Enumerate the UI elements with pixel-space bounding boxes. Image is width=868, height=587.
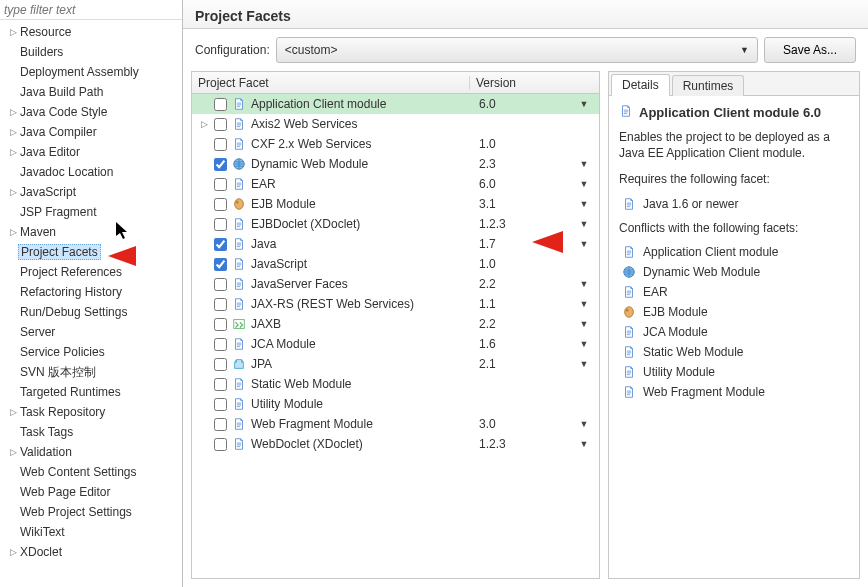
facet-checkbox[interactable] — [214, 338, 227, 351]
filter-input[interactable] — [0, 0, 182, 20]
version-dropdown-icon[interactable]: ▼ — [569, 439, 599, 449]
version-dropdown-icon[interactable]: ▼ — [569, 359, 599, 369]
facet-name: Dynamic Web Module — [251, 157, 479, 171]
facet-checkbox[interactable] — [214, 138, 227, 151]
sidebar-item[interactable]: Web Content Settings — [0, 462, 182, 482]
facet-row[interactable]: JavaServer Faces2.2▼ — [192, 274, 599, 294]
facet-row[interactable]: EJB Module3.1▼ — [192, 194, 599, 214]
version-dropdown-icon[interactable]: ▼ — [569, 339, 599, 349]
sidebar-item[interactable]: Web Project Settings — [0, 502, 182, 522]
version-dropdown-icon[interactable]: ▼ — [569, 279, 599, 289]
sidebar-item[interactable]: Java Code Style — [0, 102, 182, 122]
version-dropdown-icon[interactable]: ▼ — [569, 179, 599, 189]
sidebar-item[interactable]: WikiText — [0, 522, 182, 542]
chevron-right-icon[interactable] — [8, 187, 18, 197]
facet-row[interactable]: JavaScript1.0 — [192, 254, 599, 274]
facet-checkbox[interactable] — [214, 258, 227, 271]
col-project-facet[interactable]: Project Facet — [192, 76, 469, 90]
sidebar-item[interactable]: Resource — [0, 22, 182, 42]
sidebar-item[interactable]: Web Page Editor — [0, 482, 182, 502]
facet-version: 3.0 — [479, 417, 569, 431]
facet-row[interactable]: JAXB2.2▼ — [192, 314, 599, 334]
doc-icon — [621, 344, 637, 360]
version-dropdown-icon[interactable]: ▼ — [569, 159, 599, 169]
sidebar-item[interactable]: Javadoc Location — [0, 162, 182, 182]
version-dropdown-icon[interactable]: ▼ — [569, 239, 599, 249]
sidebar-item[interactable]: Task Repository — [0, 402, 182, 422]
tab-details[interactable]: Details — [611, 74, 670, 96]
col-version[interactable]: Version — [469, 76, 599, 90]
chevron-right-icon[interactable] — [8, 107, 18, 117]
sidebar-item[interactable]: Java Build Path — [0, 82, 182, 102]
sidebar-item[interactable]: Task Tags — [0, 422, 182, 442]
save-as-button[interactable]: Save As... — [764, 37, 856, 63]
chevron-right-icon[interactable] — [8, 127, 18, 137]
facet-checkbox[interactable] — [214, 118, 227, 131]
facet-row[interactable]: EJBDoclet (XDoclet)1.2.3▼ — [192, 214, 599, 234]
facet-checkbox[interactable] — [214, 178, 227, 191]
tab-runtimes[interactable]: Runtimes — [672, 75, 745, 96]
facet-checkbox[interactable] — [214, 438, 227, 451]
facet-checkbox[interactable] — [214, 398, 227, 411]
doc-icon — [231, 276, 247, 292]
sidebar-item[interactable]: Run/Debug Settings — [0, 302, 182, 322]
facet-row[interactable]: Web Fragment Module3.0▼ — [192, 414, 599, 434]
version-dropdown-icon[interactable]: ▼ — [569, 419, 599, 429]
facet-row[interactable]: Static Web Module — [192, 374, 599, 394]
chevron-right-icon[interactable] — [198, 119, 210, 129]
facet-row[interactable]: Axis2 Web Services — [192, 114, 599, 134]
facet-row[interactable]: Java1.7▼ — [192, 234, 599, 254]
chevron-right-icon[interactable] — [8, 547, 18, 557]
config-dropdown[interactable]: <custom> ▼ — [276, 37, 758, 63]
chevron-right-icon[interactable] — [8, 447, 18, 457]
facet-checkbox[interactable] — [214, 298, 227, 311]
facet-row[interactable]: Utility Module — [192, 394, 599, 414]
sidebar-item[interactable]: Builders — [0, 42, 182, 62]
facet-checkbox[interactable] — [214, 318, 227, 331]
chevron-right-icon[interactable] — [8, 227, 18, 237]
facet-row[interactable]: JPA2.1▼ — [192, 354, 599, 374]
sidebar-item[interactable]: Service Policies — [0, 342, 182, 362]
facet-checkbox[interactable] — [214, 278, 227, 291]
sidebar-item[interactable]: Targeted Runtimes — [0, 382, 182, 402]
facet-row[interactable]: JAX-RS (REST Web Services)1.1▼ — [192, 294, 599, 314]
facet-checkbox[interactable] — [214, 98, 227, 111]
facet-row[interactable]: Dynamic Web Module2.3▼ — [192, 154, 599, 174]
version-dropdown-icon[interactable]: ▼ — [569, 199, 599, 209]
jpa-icon — [231, 356, 247, 372]
facet-checkbox[interactable] — [214, 358, 227, 371]
sidebar-item[interactable]: SVN 版本控制 — [0, 362, 182, 382]
sidebar-item[interactable]: Maven — [0, 222, 182, 242]
facet-checkbox[interactable] — [214, 218, 227, 231]
sidebar-item[interactable]: XDoclet — [0, 542, 182, 562]
facet-checkbox[interactable] — [214, 198, 227, 211]
sidebar-item[interactable]: Deployment Assembly — [0, 62, 182, 82]
version-dropdown-icon[interactable]: ▼ — [569, 219, 599, 229]
sidebar-item[interactable]: JavaScript — [0, 182, 182, 202]
sidebar-item[interactable]: Validation — [0, 442, 182, 462]
version-dropdown-icon[interactable]: ▼ — [569, 319, 599, 329]
sidebar-item[interactable]: JSP Fragment — [0, 202, 182, 222]
sidebar-item[interactable]: Project Facets — [0, 242, 182, 262]
facet-checkbox[interactable] — [214, 238, 227, 251]
facet-row[interactable]: JCA Module1.6▼ — [192, 334, 599, 354]
version-dropdown-icon[interactable]: ▼ — [569, 99, 599, 109]
chevron-right-icon[interactable] — [8, 27, 18, 37]
doc-icon — [231, 216, 247, 232]
version-dropdown-icon[interactable]: ▼ — [569, 299, 599, 309]
facet-row[interactable]: WebDoclet (XDoclet)1.2.3▼ — [192, 434, 599, 454]
sidebar-item[interactable]: Java Compiler — [0, 122, 182, 142]
list-item: Static Web Module — [621, 342, 849, 362]
sidebar-item[interactable]: Project References — [0, 262, 182, 282]
sidebar-item[interactable]: Server — [0, 322, 182, 342]
chevron-right-icon[interactable] — [8, 147, 18, 157]
facet-checkbox[interactable] — [214, 158, 227, 171]
facet-row[interactable]: EAR6.0▼ — [192, 174, 599, 194]
facet-row[interactable]: Application Client module6.0▼ — [192, 94, 599, 114]
sidebar-item[interactable]: Java Editor — [0, 142, 182, 162]
sidebar-item[interactable]: Refactoring History — [0, 282, 182, 302]
facet-checkbox[interactable] — [214, 378, 227, 391]
facet-row[interactable]: CXF 2.x Web Services1.0 — [192, 134, 599, 154]
facet-checkbox[interactable] — [214, 418, 227, 431]
chevron-right-icon[interactable] — [8, 407, 18, 417]
